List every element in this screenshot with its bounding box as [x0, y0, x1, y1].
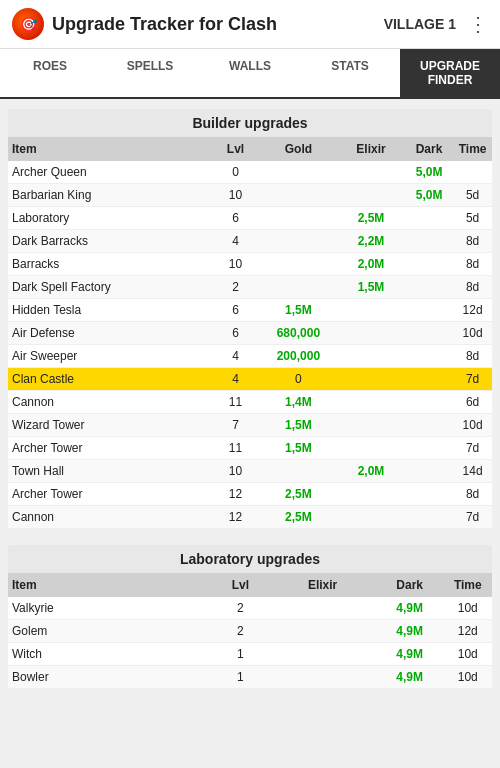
builder-item-dark [405, 391, 453, 414]
builder-item-time: 7d [453, 506, 492, 529]
builder-item-lvl: 12 [211, 506, 259, 529]
lab-section: Laboratory upgrades Item Lvl Elixir Dark… [8, 545, 492, 689]
builder-item-elixir [337, 161, 405, 184]
builder-item-elixir: 2,2M [337, 230, 405, 253]
builder-item-elixir [337, 437, 405, 460]
table-row: Archer Tower 12 2,5M 8d [8, 483, 492, 506]
builder-item-lvl: 6 [211, 207, 259, 230]
builder-col-gold: Gold [260, 137, 337, 161]
tab-roes[interactable]: ROES [0, 49, 100, 97]
tab-upgrade-finder[interactable]: UPGRADE FINDER [400, 49, 500, 97]
lab-item-time: 12d [444, 620, 492, 643]
table-row: Barracks 10 2,0M 8d [8, 253, 492, 276]
builder-item-time: 5d [453, 184, 492, 207]
tab-bar: ROES SPELLS WALLS STATS UPGRADE FINDER [0, 49, 500, 99]
builder-item-elixir: 2,5M [337, 207, 405, 230]
builder-item-dark [405, 483, 453, 506]
builder-section: Builder upgrades Item Lvl Gold Elixir Da… [8, 109, 492, 529]
lab-item-dark: 4,9M [376, 620, 444, 643]
builder-item-time: 8d [453, 230, 492, 253]
table-row: Clan Castle 4 0 7d [8, 368, 492, 391]
content-area: Builder upgrades Item Lvl Gold Elixir Da… [0, 99, 500, 715]
builder-item-dark [405, 345, 453, 368]
table-row: Valkyrie 2 4,9M 10d [8, 597, 492, 620]
lab-item-elixir [269, 666, 375, 689]
builder-item-gold [260, 276, 337, 299]
tab-walls[interactable]: WALLS [200, 49, 300, 97]
builder-item-gold: 1,5M [260, 437, 337, 460]
builder-item-lvl: 4 [211, 230, 259, 253]
table-row: Dark Barracks 4 2,2M 8d [8, 230, 492, 253]
table-row: Witch 1 4,9M 10d [8, 643, 492, 666]
builder-item-name: Air Defense [8, 322, 211, 345]
builder-item-elixir [337, 345, 405, 368]
builder-table: Item Lvl Gold Elixir Dark Time Archer Qu… [8, 137, 492, 529]
builder-item-lvl: 10 [211, 460, 259, 483]
lab-item-dark: 4,9M [376, 666, 444, 689]
builder-item-name: Barbarian King [8, 184, 211, 207]
builder-item-name: Cannon [8, 506, 211, 529]
builder-item-elixir [337, 506, 405, 529]
lab-item-lvl: 1 [211, 666, 269, 689]
lab-item-lvl: 2 [211, 597, 269, 620]
builder-col-lvl: Lvl [211, 137, 259, 161]
lab-item-dark: 4,9M [376, 597, 444, 620]
lab-item-name: Valkyrie [8, 597, 211, 620]
builder-item-lvl: 11 [211, 437, 259, 460]
builder-item-gold: 2,5M [260, 506, 337, 529]
builder-item-elixir [337, 391, 405, 414]
lab-section-title: Laboratory upgrades [8, 545, 492, 573]
builder-item-lvl: 10 [211, 184, 259, 207]
builder-item-gold [260, 161, 337, 184]
builder-item-dark [405, 253, 453, 276]
builder-item-name: Clan Castle [8, 368, 211, 391]
builder-item-dark [405, 230, 453, 253]
builder-item-time: 6d [453, 391, 492, 414]
lab-col-dark: Dark [376, 573, 444, 597]
header-right: VILLAGE 1 ⋮ [384, 12, 488, 36]
builder-item-lvl: 4 [211, 345, 259, 368]
tab-stats[interactable]: STATS [300, 49, 400, 97]
table-row: Laboratory 6 2,5M 5d [8, 207, 492, 230]
builder-item-gold: 1,5M [260, 414, 337, 437]
builder-item-time: 8d [453, 483, 492, 506]
builder-item-time: 7d [453, 368, 492, 391]
app-title: Upgrade Tracker for Clash [52, 14, 277, 35]
builder-item-time: 14d [453, 460, 492, 483]
builder-item-elixir: 1,5M [337, 276, 405, 299]
lab-item-elixir [269, 643, 375, 666]
builder-item-dark: 5,0M [405, 161, 453, 184]
builder-item-name: Cannon [8, 391, 211, 414]
builder-item-name: Dark Spell Factory [8, 276, 211, 299]
builder-item-time: 8d [453, 276, 492, 299]
lab-item-name: Witch [8, 643, 211, 666]
builder-item-gold [260, 184, 337, 207]
builder-item-gold: 1,5M [260, 299, 337, 322]
builder-item-time: 8d [453, 253, 492, 276]
lab-item-elixir [269, 620, 375, 643]
builder-col-dark: Dark [405, 137, 453, 161]
builder-item-elixir: 2,0M [337, 460, 405, 483]
builder-item-dark [405, 299, 453, 322]
builder-item-lvl: 12 [211, 483, 259, 506]
builder-item-dark [405, 276, 453, 299]
builder-item-time: 5d [453, 207, 492, 230]
builder-item-name: Archer Tower [8, 437, 211, 460]
builder-item-elixir [337, 483, 405, 506]
lab-item-time: 10d [444, 666, 492, 689]
table-row: Golem 2 4,9M 12d [8, 620, 492, 643]
table-row: Wizard Tower 7 1,5M 10d [8, 414, 492, 437]
builder-item-lvl: 11 [211, 391, 259, 414]
table-row: Hidden Tesla 6 1,5M 12d [8, 299, 492, 322]
table-row: Cannon 12 2,5M 7d [8, 506, 492, 529]
table-row: Air Defense 6 680,000 10d [8, 322, 492, 345]
builder-item-time: 7d [453, 437, 492, 460]
builder-item-dark [405, 437, 453, 460]
builder-col-elixir: Elixir [337, 137, 405, 161]
builder-item-dark [405, 322, 453, 345]
tab-spells[interactable]: SPELLS [100, 49, 200, 97]
builder-item-time: 10d [453, 322, 492, 345]
menu-icon[interactable]: ⋮ [468, 12, 488, 36]
lab-item-elixir [269, 597, 375, 620]
builder-item-gold [260, 253, 337, 276]
